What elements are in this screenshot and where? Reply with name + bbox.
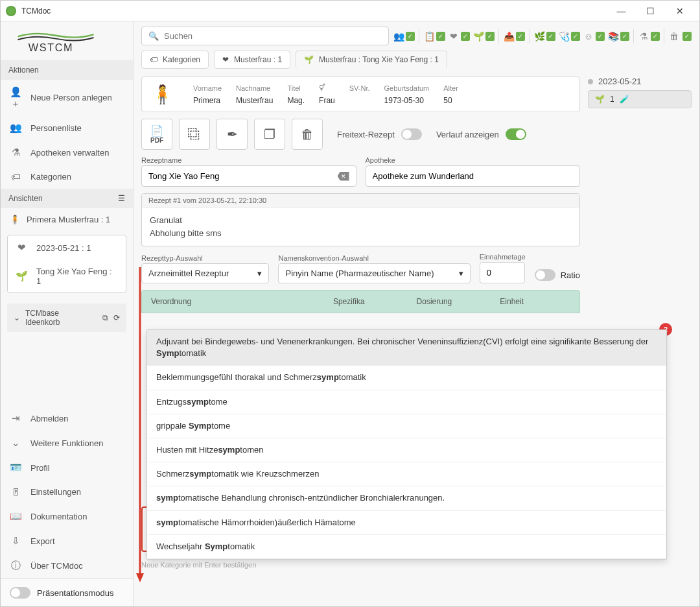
filter-8[interactable]: 📚✓ (607, 30, 629, 42)
recipe-type-select[interactable]: Arzneimittel Rezeptur▾ (141, 263, 269, 283)
filter-3[interactable]: 🌱✓ (472, 30, 495, 42)
filter-7[interactable]: ☺✓ (583, 30, 605, 42)
nav-Tong Xie Yao Feng : 1[interactable]: 🌱Tong Xie Yao Feng : 1 (8, 260, 126, 292)
check-icon: ✓ (406, 32, 415, 41)
filter-2[interactable]: ❤✓ (448, 30, 470, 42)
sidebar: WSTCM Aktionen 👤+Neue Person anlegen👥Per… (1, 21, 134, 606)
check-icon: ✓ (436, 32, 445, 41)
autocomplete-item[interactable]: symptomatische Hämorrhoiden)äußerlich Hä… (147, 511, 666, 535)
check-icon: ✓ (546, 32, 555, 41)
filter-0[interactable]: 👥✓ (393, 30, 415, 42)
people-icon: 👥 (10, 122, 21, 134)
autocomplete-item[interactable]: Adjuvant bei Bindegewebs- und Venenerkra… (147, 330, 666, 366)
person-icon: 🧍 (151, 84, 174, 105)
autocomplete-item[interactable]: symptomatische Behandlung chronisch-entz… (147, 486, 666, 510)
tag-icon: 🏷 (10, 171, 21, 182)
patient-card: 🧍 VornameNachnameTitel⚥SV-Nr.Geburtsdatu… (141, 77, 580, 112)
delete-button[interactable]: 🗑 (292, 119, 323, 150)
check-icon: ✓ (620, 32, 629, 41)
heart-icon: ❤ (16, 242, 27, 254)
tcmbase-ideenkorb[interactable]: ⌄ TCMbase Ideenkorb ⧉ ⟳ (7, 304, 126, 332)
nav-Weitere Funktionen[interactable]: ⌄Weitere Funktionen (1, 431, 133, 455)
filter-1[interactable]: 📋✓ (423, 30, 445, 42)
nav-2023-05-21 : 1[interactable]: ❤2023-05-21 : 1 (8, 235, 126, 260)
nav-Profil[interactable]: 🪪Profil (1, 455, 133, 480)
edit-button[interactable]: ✒ (216, 119, 248, 150)
view-item[interactable]: 🧍Primera Musterfrau : 1 (1, 208, 133, 231)
refresh-icon[interactable]: ⟳ (113, 313, 120, 322)
nav-Über TCMdoc[interactable]: ⓘÜber TCMdoc (1, 553, 133, 578)
open-external-icon[interactable]: ⧉ (102, 313, 108, 322)
pdf-button[interactable]: 📄PDF (141, 119, 172, 150)
nav-Apotheken verwalten[interactable]: ⚗Apotheken verwalten (1, 140, 133, 165)
ratio-toggle[interactable] (535, 269, 555, 281)
svg-text:WSTCM: WSTCM (29, 42, 74, 53)
person-add-icon: 👤+ (10, 86, 21, 109)
search-input[interactable] (164, 31, 382, 41)
book-icon: 📖 (10, 510, 21, 522)
window-title: TCMdoc (21, 6, 607, 16)
heart-icon: ❤ (222, 55, 229, 64)
autocomplete-item[interactable]: Beklemmungsgefühl thorakal und Schmerzsy… (147, 366, 666, 390)
presentation-mode-row: Präsentationsmodus (1, 578, 133, 606)
chevron-icon: ⌄ (10, 437, 21, 449)
filter-9[interactable]: ⚗✓ (638, 30, 660, 42)
minimize-button[interactable]: — (607, 1, 636, 21)
timeline-dot-icon (588, 79, 593, 84)
nav-Neue Person anlegen[interactable]: 👤+Neue Person anlegen (1, 80, 133, 115)
autocomplete-item[interactable]: Schmerzsymptomatik wie Kreuzschmerzen (147, 462, 666, 486)
nav-Personenliste[interactable]: 👥Personenliste (1, 115, 133, 140)
nav-Einstellungen[interactable]: 🎚Einstellungen (1, 480, 133, 504)
filter-4[interactable]: 📤✓ (503, 30, 525, 42)
check-icon: ✓ (485, 32, 495, 41)
naming-select[interactable]: Pinyin Name (Pharmazeutischer Name)▾ (278, 263, 470, 283)
close-button[interactable]: ✕ (665, 1, 694, 21)
section-ansichten: Ansichten ☰ (1, 189, 133, 208)
days-input[interactable] (480, 262, 525, 283)
filter-icon[interactable]: ☰ (118, 194, 125, 203)
nav-Dokumentation[interactable]: 📖Dokumentation (1, 504, 133, 529)
maximize-button[interactable]: ☐ (636, 1, 665, 21)
verlauf-toggle[interactable] (506, 128, 526, 140)
export-icon: ⇩ (10, 535, 21, 547)
mortar-icon: 🧪 (620, 95, 629, 104)
nav-Export[interactable]: ⇩Export (1, 529, 133, 553)
duplicate-button[interactable]: ❐ (254, 119, 285, 150)
check-icon: ✓ (596, 32, 605, 41)
nav-Abmelden[interactable]: ⇥Abmelden (1, 406, 133, 431)
search-box[interactable]: 🔍 (141, 27, 389, 45)
chevron-down-icon: ▾ (257, 268, 262, 278)
check-icon: ✓ (651, 32, 660, 41)
presentation-toggle[interactable] (10, 587, 30, 599)
info-icon: ⓘ (10, 560, 21, 572)
filter-6[interactable]: 🩺✓ (558, 30, 580, 42)
mortar-icon: ⚗ (10, 147, 21, 158)
id-icon: 🪪 (10, 462, 21, 473)
sprout-icon: 🌱 (304, 55, 314, 64)
tab[interactable]: 🌱Musterfrau : Tong Xie Yao Feng : 1 (296, 51, 447, 69)
tab[interactable]: 🏷Kategorien (141, 51, 209, 69)
check-icon: ✓ (516, 32, 525, 41)
trash-icon[interactable]: 🗑 (668, 30, 680, 42)
section-aktionen: Aktionen (1, 60, 133, 80)
recipe-box: Rezept #1 vom 2023-05-21, 22:10:30 Granu… (141, 193, 580, 246)
apotheke-input[interactable] (366, 165, 581, 187)
titlebar: TCMdoc — ☐ ✕ (1, 1, 699, 21)
autocomplete-item[interactable]: Husten mit Hitzesymptomen (147, 438, 666, 462)
copy-button[interactable]: ⿻ (179, 119, 210, 150)
recipe-name-input[interactable]: ✕ (141, 165, 356, 187)
sprout-icon: 🌱 (16, 270, 27, 282)
filter-5[interactable]: 🌿✓ (533, 30, 555, 42)
nav-Kategorien[interactable]: 🏷Kategorien (1, 165, 133, 189)
clear-icon[interactable]: ✕ (338, 172, 349, 181)
check-icon: ✓ (461, 32, 470, 41)
tag-icon: 🏷 (150, 55, 158, 64)
autocomplete-item[interactable]: Entzugssymptome (147, 390, 666, 414)
chevron-down-icon: ▾ (459, 268, 463, 278)
autocomplete-dropdown[interactable]: Adjuvant bei Bindegewebs- und Venenerkra… (146, 329, 667, 560)
timeline-entry[interactable]: 🌱 1 🧪 (588, 90, 692, 108)
tab[interactable]: ❤Musterfrau : 1 (214, 51, 290, 69)
autocomplete-item[interactable]: Wechseljahr Symptomatik (147, 535, 666, 559)
autocomplete-item[interactable]: grippale Symptome (147, 414, 666, 438)
freitext-toggle[interactable] (401, 128, 422, 140)
